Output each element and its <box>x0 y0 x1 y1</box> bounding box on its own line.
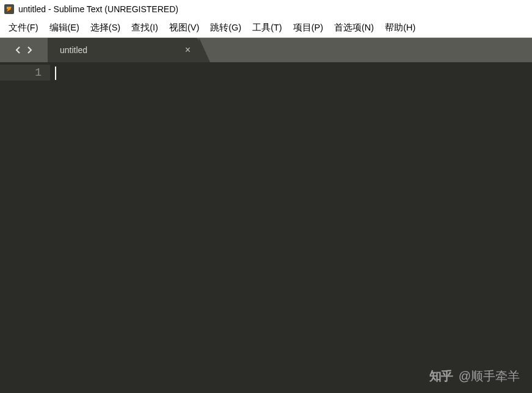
menu-bar: 文件(F) 编辑(E) 选择(S) 查找(I) 视图(V) 跳转(G) 工具(T… <box>0 18 532 38</box>
tab-active[interactable]: untitled × <box>48 38 199 62</box>
menu-tools[interactable]: 工具(T) <box>247 20 287 35</box>
editor-line <box>50 65 532 82</box>
app-icon <box>4 4 15 15</box>
menu-project[interactable]: 项目(P) <box>288 20 328 35</box>
window-title: untitled - Sublime Text (UNREGISTERED) <box>18 4 178 14</box>
window-titlebar: untitled - Sublime Text (UNREGISTERED) <box>0 0 532 18</box>
menu-help[interactable]: 帮助(H) <box>380 20 420 35</box>
menu-preferences[interactable]: 首选项(N) <box>329 20 379 35</box>
menu-file[interactable]: 文件(F) <box>4 20 43 35</box>
tab-nav <box>0 38 48 62</box>
tab-title: untitled <box>60 45 185 55</box>
menu-view[interactable]: 视图(V) <box>164 20 204 35</box>
menu-select[interactable]: 选择(S) <box>86 20 125 35</box>
editor: 1 <box>0 62 532 393</box>
menu-find[interactable]: 查找(I) <box>126 20 163 35</box>
menu-goto[interactable]: 跳转(G) <box>205 20 246 35</box>
code-area[interactable] <box>50 62 532 393</box>
gutter: 1 <box>0 62 50 393</box>
menu-edit[interactable]: 编辑(E) <box>45 20 84 35</box>
tab-next-icon[interactable] <box>25 46 34 54</box>
tab-prev-icon[interactable] <box>14 46 23 54</box>
close-icon[interactable]: × <box>185 45 199 55</box>
text-cursor <box>55 67 56 80</box>
line-number: 1 <box>0 65 50 81</box>
tab-bar: untitled × <box>0 38 532 62</box>
